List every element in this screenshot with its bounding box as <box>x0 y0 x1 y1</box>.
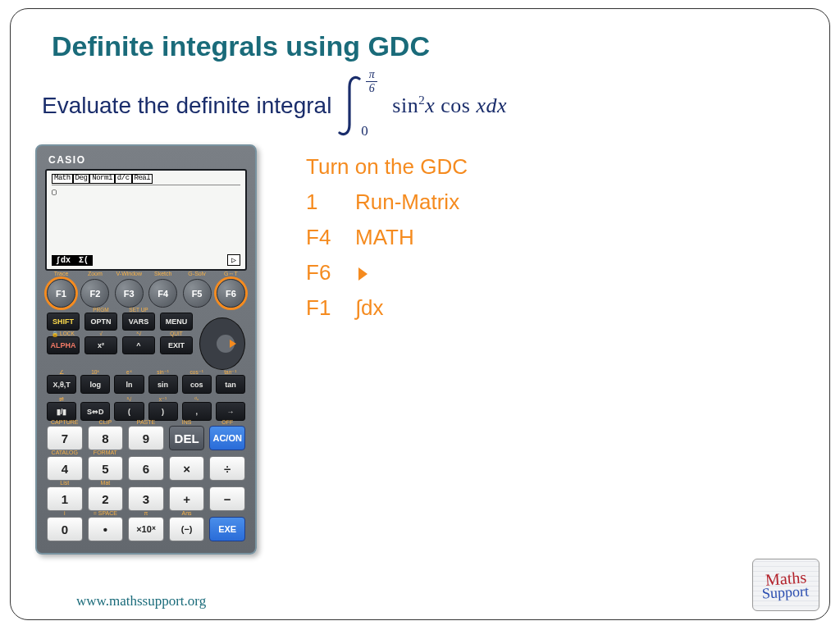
sci-btn[interactable]: ⇌▮/▮ <box>47 402 76 421</box>
calculator-screen: MathDegNorm1d/cReal ▢ ∫dxΣ( ▷ <box>45 169 247 271</box>
num-btn-9[interactable]: PASTE9 <box>128 426 164 450</box>
more-indicator-icon: ▷ <box>227 254 240 266</box>
instructions-heading: Turn on the GDC <box>306 149 468 185</box>
num-btn-5[interactable]: FORMAT5 <box>88 456 124 481</box>
mid-button-grid: SHIFTPRGMOPTNSET UPVARSMENU🔒 LOCKALPHA√x… <box>47 313 193 370</box>
problem-text: Evaluate the definite integral <box>42 93 331 119</box>
num-btn-−[interactable]: − <box>209 486 245 511</box>
sci-btn[interactable]: cos⁻¹cos <box>182 375 212 394</box>
function-key-row: TraceF1ZoomF2V-WindowF3SketchF4G-SolvF5G… <box>47 279 245 308</box>
sci-btn[interactable]: ³√( <box>114 402 144 421</box>
calculator: CASIO MathDegNorm1d/cReal ▢ ∫dxΣ( ▷ Trac… <box>35 144 257 555</box>
instruction-step: F6 <box>306 255 468 290</box>
fkey-f3[interactable]: V-WindowF3 <box>115 279 144 308</box>
num-btn-2[interactable]: Mat2 <box>88 486 124 511</box>
num-btn-6[interactable]: 6 <box>128 456 164 481</box>
num-btn-ac/on[interactable]: OFFAC/ON <box>209 426 245 450</box>
sci-btn[interactable]: S⇔D <box>80 402 110 421</box>
instructions: Turn on the GDC 1Run-MatrixF4MATHF6F1∫dx <box>306 149 468 325</box>
dpad-right-icon <box>230 340 240 348</box>
num-btn-7[interactable]: CAPTURE7 <box>47 426 83 450</box>
num-btn-×10ˣ[interactable]: π×10ˣ <box>128 517 164 541</box>
sci-btn[interactable]: → <box>216 402 245 421</box>
instruction-step: 1Run-Matrix <box>306 185 468 220</box>
num-btn-÷[interactable]: ÷ <box>209 456 245 481</box>
sci-btn[interactable]: 10ˣlog <box>80 375 110 394</box>
integrand: sin2x cos xdx <box>392 94 507 118</box>
btn-vars[interactable]: SET UPVARS <box>122 313 155 331</box>
sci-btn[interactable]: x⁻¹) <box>148 402 178 421</box>
btn-menu[interactable]: MENU <box>160 313 193 331</box>
sci-btn[interactable]: tan⁻¹tan <box>216 375 245 394</box>
sci-btn[interactable]: eˣln <box>114 375 144 394</box>
sci-btn[interactable]: ∠X,θ,T <box>47 375 76 394</box>
sci-btn[interactable]: sin⁻¹sin <box>148 375 178 394</box>
btn-x²[interactable]: √x² <box>84 336 117 354</box>
num-btn-(−)[interactable]: Ans(−) <box>169 517 205 541</box>
screen-status-bar: MathDegNorm1d/cReal <box>52 174 240 185</box>
fkey-f1[interactable]: TraceF1 <box>47 279 75 308</box>
sci-row-2: ⇌▮/▮S⇔D³√(x⁻¹)ᵈ▫,→ <box>47 402 245 421</box>
instruction-step: F1∫dx <box>306 290 468 326</box>
calculator-brand: CASIO <box>48 154 247 166</box>
num-btn-•[interactable]: = SPACE• <box>88 517 124 541</box>
lower-limit: 0 <box>361 123 368 139</box>
logo-line2: Support <box>762 584 810 600</box>
footer-link[interactable]: www.mathssupport.org <box>76 593 206 609</box>
instruction-step: F4MATH <box>306 220 468 255</box>
upper-limit-den: 6 <box>369 83 375 94</box>
num-btn-8[interactable]: CLIP8 <box>88 426 124 450</box>
sci-btn[interactable]: ᵈ▫, <box>182 402 212 421</box>
num-btn-+[interactable]: + <box>169 486 205 511</box>
btn-^[interactable]: ˣ√^ <box>122 336 155 354</box>
sci-row-1: ∠X,θ,T10ˣlogeˣlnsin⁻¹sincos⁻¹costan⁻¹tan <box>47 375 245 394</box>
numeric-keypad: CAPTURE7CLIP8PASTE9INSDELOFFAC/ONCATALOG… <box>47 426 245 541</box>
num-btn-del[interactable]: INSDEL <box>169 426 205 450</box>
fkey-f4[interactable]: SketchF4 <box>148 279 177 308</box>
num-btn-1[interactable]: List1 <box>47 486 83 511</box>
num-btn-4[interactable]: CATALOG4 <box>47 456 83 481</box>
dpad[interactable] <box>199 317 245 370</box>
btn-shift[interactable]: SHIFT <box>47 313 80 331</box>
num-btn-3[interactable]: 3 <box>128 486 164 511</box>
integral-expression: π 6 0 sin2x cos xdx <box>338 74 507 138</box>
btn-exit[interactable]: QUITEXIT <box>160 336 193 354</box>
soft-menu-labels: ∫dxΣ( <box>52 255 93 266</box>
btn-alpha[interactable]: 🔒 LOCKALPHA <box>47 336 80 354</box>
fkey-f6[interactable]: G↔TF6 <box>217 279 245 308</box>
num-btn-exe[interactable]: EXE <box>209 517 245 541</box>
num-btn-×[interactable]: × <box>169 456 205 481</box>
btn-optn[interactable]: PRGMOPTN <box>84 313 117 331</box>
fkey-f5[interactable]: G-SolvF5 <box>183 279 212 308</box>
upper-limit-num: π <box>369 69 375 80</box>
num-btn-0[interactable]: i0 <box>47 517 83 541</box>
problem-statement: Evaluate the definite integral π 6 0 sin… <box>42 74 805 138</box>
fkey-f2[interactable]: ZoomF2 <box>80 279 109 308</box>
page-title: Definite integrals using GDC <box>52 30 805 62</box>
logo: Maths Support <box>752 559 819 611</box>
